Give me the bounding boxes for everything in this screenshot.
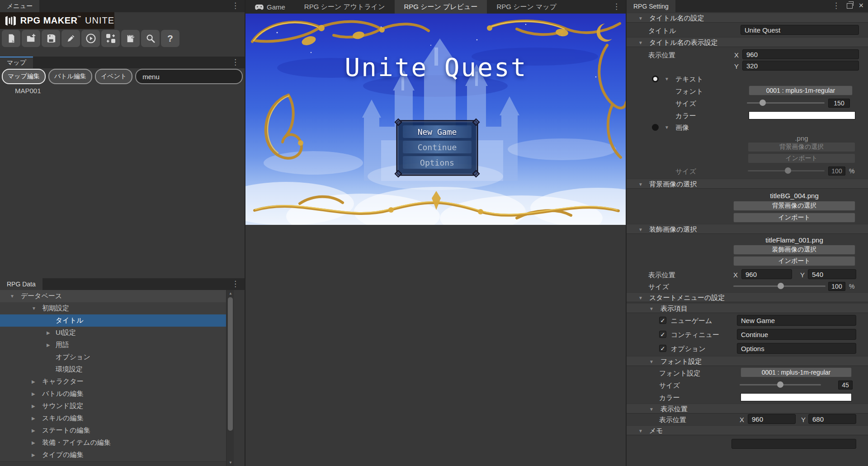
font-select-button[interactable]: 0001 : mplus-1m-regular: [749, 86, 853, 95]
new-game-checkbox[interactable]: ✓: [659, 317, 666, 324]
text-size-value[interactable]: 150: [828, 99, 850, 108]
slider-track[interactable]: [747, 102, 825, 104]
scrollbar-thumb[interactable]: [228, 297, 233, 431]
restore-window-icon[interactable]: [847, 3, 853, 9]
help-button[interactable]: ?: [161, 30, 179, 47]
collapse-arrow-icon[interactable]: ▶: [32, 440, 35, 445]
deco-image-select-button[interactable]: 装飾画像の選択: [733, 245, 855, 255]
section-expand-icon[interactable]: ▼: [649, 359, 654, 364]
tree-item-terms[interactable]: ▶用語: [0, 339, 226, 352]
text-color-swatch[interactable]: [749, 111, 855, 119]
section-memo[interactable]: ▼ メモ: [627, 425, 868, 435]
menu-y-input[interactable]: 680: [808, 414, 856, 424]
options-input[interactable]: Options: [737, 343, 856, 354]
menu-x-input[interactable]: 960: [748, 414, 796, 424]
collapse-arrow-icon[interactable]: ▶: [32, 428, 35, 433]
tree-item-sound-settings[interactable]: ▶サウンド設定: [0, 400, 226, 413]
map-edit-button[interactable]: マップ編集: [2, 69, 46, 84]
save-button[interactable]: [42, 30, 60, 47]
event-button[interactable]: イベント: [95, 69, 132, 84]
rpg-data-options-icon[interactable]: ⋮: [231, 280, 239, 289]
tree-item-initial-settings[interactable]: ▼初期設定: [0, 302, 226, 315]
deco-x-input[interactable]: 960: [741, 269, 792, 279]
slider-thumb[interactable]: [778, 283, 784, 289]
section-expand-icon[interactable]: ▼: [638, 40, 643, 45]
continue-checkbox[interactable]: ✓: [659, 331, 666, 338]
section-menu-position[interactable]: ▼ 表示位置: [627, 404, 868, 414]
menu-item-new-game[interactable]: New Game: [403, 125, 472, 138]
tree-item-characters[interactable]: ▶キャラクター: [0, 376, 226, 388]
text-mode-radio[interactable]: [652, 76, 659, 82]
title-y-input[interactable]: 320: [742, 61, 859, 71]
menu-panel-options-icon[interactable]: ⋮: [231, 1, 239, 10]
text-size-slider[interactable]: [747, 98, 825, 108]
section-title-name-settings[interactable]: ▼ タイトル名の設定: [627, 13, 868, 23]
collapse-arrow-icon[interactable]: ▶: [32, 452, 35, 457]
map-list-item[interactable]: MAP001: [15, 87, 41, 95]
image-size-value[interactable]: 100: [828, 166, 845, 176]
menu-font-color-swatch[interactable]: [741, 393, 852, 401]
deco-import-button[interactable]: インポート: [733, 256, 855, 266]
tree-item-equipment-item-edit[interactable]: ▶装備・アイテムの編集: [0, 437, 226, 449]
section-expand-icon[interactable]: ▼: [649, 407, 654, 412]
edit-button[interactable]: [61, 30, 80, 47]
tree-item-state-edit[interactable]: ▶ステートの編集: [0, 424, 226, 437]
menu-font-size-slider[interactable]: [740, 380, 821, 390]
options-checkbox[interactable]: ✓: [659, 345, 666, 352]
map-name-input[interactable]: menu: [135, 69, 243, 84]
menu-item-continue[interactable]: Continue: [403, 141, 472, 153]
collapse-arrow-icon[interactable]: ▶: [32, 379, 35, 384]
collapse-arrow-icon[interactable]: ▶: [32, 416, 35, 421]
section-deco-image-select[interactable]: ▼ 装飾画像の選択: [627, 224, 868, 234]
tree-item-options[interactable]: オプション: [0, 351, 226, 364]
tab-menu[interactable]: メニュー: [0, 0, 39, 12]
section-expand-icon[interactable]: ▼: [638, 16, 643, 21]
section-title-display-settings[interactable]: ▼ タイトル名の表示設定: [627, 37, 868, 47]
import-button-disabled[interactable]: インポート: [748, 153, 855, 163]
section-bg-image-select[interactable]: ▼ 背景画像の選択: [627, 179, 868, 189]
scene-tiles-button[interactable]: [101, 30, 120, 47]
bg-image-select-button-disabled[interactable]: 背景画像の選択: [748, 142, 855, 152]
notes-button[interactable]: [121, 30, 140, 47]
tab-rpg-scene-preview[interactable]: RPG シーン プレビュー: [395, 0, 487, 14]
collapse-arrow-icon[interactable]: ▶: [32, 391, 35, 396]
scroll-down-icon[interactable]: ▼: [228, 461, 233, 465]
image-group-expand-icon[interactable]: ▼: [665, 125, 669, 130]
image-mode-radio[interactable]: [652, 124, 659, 131]
deco-y-input[interactable]: 540: [808, 269, 856, 279]
tab-map[interactable]: マップ: [0, 57, 33, 68]
section-display-items[interactable]: ▼ 表示項目: [627, 303, 868, 313]
text-group-expand-icon[interactable]: ▼: [665, 76, 669, 81]
title-input[interactable]: Unite Quest: [741, 25, 859, 35]
image-size-slider[interactable]: [748, 166, 825, 176]
section-expand-icon[interactable]: ▼: [638, 182, 643, 187]
new-file-button[interactable]: [2, 30, 20, 47]
tree-item-type-edit[interactable]: ▶タイプの編集: [0, 449, 226, 461]
menu-font-select-button[interactable]: 0001 : mplus-1m-regular: [741, 367, 852, 377]
slider-thumb[interactable]: [785, 167, 791, 174]
close-icon[interactable]: ×: [859, 1, 863, 10]
menu-item-options[interactable]: Options: [403, 156, 472, 169]
scroll-up-icon[interactable]: ▲: [228, 291, 233, 295]
battle-edit-button[interactable]: バトル編集: [48, 69, 92, 84]
tree-scrollbar[interactable]: ▲ ▼: [226, 290, 234, 466]
collapse-arrow-icon[interactable]: ▶: [47, 342, 50, 347]
section-font-settings[interactable]: ▼ フォント設定: [627, 356, 868, 366]
expand-arrow-icon[interactable]: ▼: [32, 306, 36, 311]
open-folder-button[interactable]: [22, 30, 40, 47]
map-panel-options-icon[interactable]: ⋮: [231, 58, 239, 67]
search-button[interactable]: [141, 30, 160, 47]
collapse-arrow-icon[interactable]: ▶: [47, 330, 50, 335]
play-button[interactable]: [81, 30, 100, 47]
section-expand-icon[interactable]: ▼: [638, 295, 643, 300]
tab-game[interactable]: Game: [245, 0, 295, 14]
section-start-menu-settings[interactable]: ▼ スタートメニューの設定: [627, 292, 868, 302]
tab-rpg-setting[interactable]: RPG Setting: [627, 0, 675, 12]
deco-size-slider[interactable]: [733, 281, 826, 291]
tree-item-ui-settings[interactable]: ▶UI設定: [0, 327, 226, 339]
bg-image-select-button[interactable]: 背景画像の選択: [733, 201, 855, 211]
bg-import-button[interactable]: インポート: [733, 213, 855, 223]
deco-size-value[interactable]: 100: [828, 282, 845, 291]
tree-item-battle-edit[interactable]: ▶バトルの編集: [0, 388, 226, 400]
tree-item-database[interactable]: ▼データベース: [0, 290, 226, 303]
